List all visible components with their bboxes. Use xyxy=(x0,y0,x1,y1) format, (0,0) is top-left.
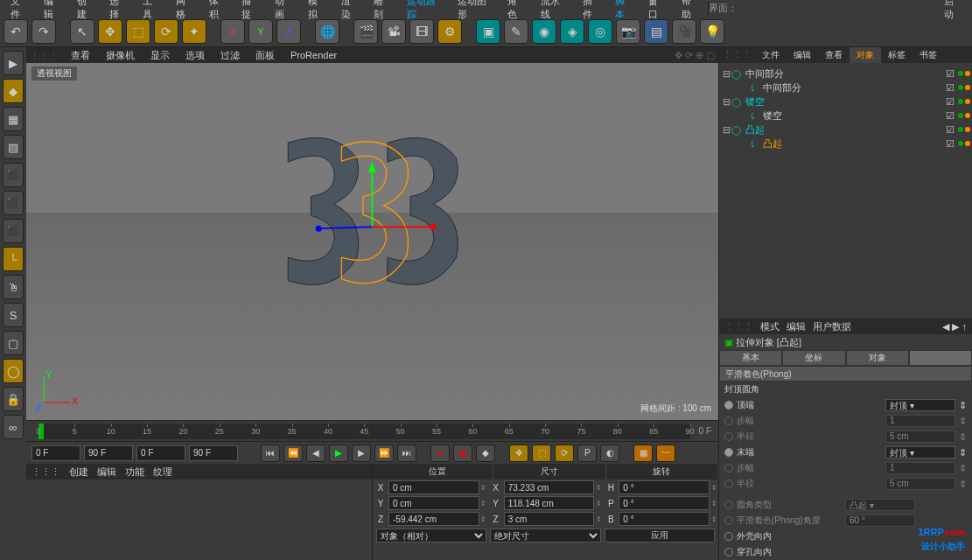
current-end[interactable] xyxy=(189,445,238,461)
move-tool[interactable]: ✥ xyxy=(98,19,122,44)
prev-key[interactable]: ⏪ xyxy=(283,444,303,462)
tree-item[interactable]: ⊟◯镂空☑ xyxy=(721,94,970,108)
mat-func[interactable]: 功能 xyxy=(125,466,144,479)
goto-start[interactable]: ⏮ xyxy=(261,444,280,462)
range-start[interactable] xyxy=(31,445,80,461)
add-generator[interactable]: ◉ xyxy=(532,19,556,44)
vp-filter[interactable]: 过滤 xyxy=(217,49,243,62)
attr-value[interactable]: 封顶 ▾ xyxy=(885,446,955,458)
om-tab-file[interactable]: 文件 xyxy=(755,47,787,63)
autokey-button[interactable]: ◉ xyxy=(453,444,472,462)
attr-value[interactable]: 5 cm xyxy=(885,478,955,490)
current-start[interactable] xyxy=(136,445,185,461)
rot-P[interactable]: 0 ° xyxy=(619,496,710,510)
record-button[interactable]: ● xyxy=(430,444,450,462)
rotate-tool[interactable]: ⟳ xyxy=(154,19,178,44)
add-spline[interactable]: ✎ xyxy=(504,19,528,44)
pos-X[interactable]: 0 cm xyxy=(388,480,479,494)
play-button[interactable]: ▶ xyxy=(329,444,348,462)
radio-button[interactable] xyxy=(724,416,733,425)
render-view[interactable]: 🎬 xyxy=(353,19,378,44)
size-X[interactable]: 73.233 cm xyxy=(504,480,595,494)
mat-create[interactable]: 创建 xyxy=(69,466,88,479)
tweak-mode[interactable]: 🖱 xyxy=(3,275,24,299)
add-floor[interactable]: ▤ xyxy=(644,19,668,44)
vp-options[interactable]: 选项 xyxy=(182,49,208,62)
mat-texture[interactable]: 纹理 xyxy=(153,466,172,479)
attr-value[interactable]: 凸起 ▾ xyxy=(845,499,915,511)
anim-fcurve[interactable]: 〰 xyxy=(656,444,675,462)
expand-icon[interactable]: ⊟ xyxy=(721,68,731,80)
render-pv[interactable]: 📽 xyxy=(381,19,406,44)
coord-mode-dropdown[interactable]: 对象（相对） xyxy=(376,528,486,542)
vp-camera[interactable]: 摄像机 xyxy=(102,49,138,62)
add-cube[interactable]: ▣ xyxy=(476,19,500,44)
keyframe-sel[interactable]: ◆ xyxy=(476,444,495,462)
radio-button[interactable] xyxy=(724,480,733,488)
model-mode[interactable]: ◆ xyxy=(3,79,24,103)
vis-toggle[interactable]: ☑ xyxy=(946,68,958,80)
attr-userdata[interactable]: 用户数据 xyxy=(813,320,851,333)
om-tab-view[interactable]: 查看 xyxy=(818,47,850,63)
add-camera[interactable]: 📷 xyxy=(616,19,640,44)
attr-tab-basic[interactable]: 基本 xyxy=(719,350,782,366)
size-Y[interactable]: 118.148 cm xyxy=(504,496,595,510)
range-end[interactable] xyxy=(84,445,133,461)
coord-system[interactable]: 🌐 xyxy=(315,19,339,44)
radio-button[interactable] xyxy=(724,401,733,410)
prev-frame[interactable]: ◀ xyxy=(306,444,325,462)
radio-button[interactable] xyxy=(724,464,733,472)
radio-button[interactable] xyxy=(724,516,733,525)
om-tab-edit[interactable]: 编辑 xyxy=(787,47,818,63)
axis-mode[interactable]: └ xyxy=(3,247,24,271)
axis-z-toggle[interactable]: Z xyxy=(276,19,301,44)
attr-tab-coord[interactable]: 坐标 xyxy=(782,350,845,366)
om-tab-object[interactable]: 对象 xyxy=(850,47,881,63)
layout-dropdown[interactable]: 启动 xyxy=(937,0,969,22)
object-name[interactable]: 镂空 xyxy=(744,95,946,108)
key-rot[interactable]: ⟳ xyxy=(555,444,574,462)
symmetry-toggle[interactable]: ∞ xyxy=(3,415,24,439)
object-name[interactable]: 中间部分 xyxy=(744,67,946,80)
apply-button[interactable]: 应用 xyxy=(605,528,715,542)
timeline-ruler[interactable]: 051015202530354045505560657075808590 0 F xyxy=(26,420,718,441)
render-region[interactable]: 🎞 xyxy=(409,19,434,44)
key-scale[interactable]: ⬚ xyxy=(532,444,551,462)
rot-B[interactable]: 0 ° xyxy=(619,512,710,526)
vp-view[interactable]: 查看 xyxy=(67,49,94,62)
mat-edit[interactable]: 编辑 xyxy=(97,466,116,479)
undo-button[interactable]: ↶ xyxy=(3,19,28,44)
vis-toggle[interactable]: ☑ xyxy=(946,124,958,136)
vis-toggle[interactable]: ☑ xyxy=(946,138,958,150)
size-Z[interactable]: 3 cm xyxy=(504,512,595,526)
object-name[interactable]: 凸起 xyxy=(744,123,946,136)
object-name[interactable]: 中间部分 xyxy=(761,81,946,94)
pos-Y[interactable]: 0 cm xyxy=(388,496,479,510)
workplane-toggle[interactable]: ▢ xyxy=(3,331,24,355)
vp-controls-icon[interactable]: ✥ ⟳ ⊕ ▢ xyxy=(675,50,715,61)
attr-nav[interactable]: ◀ ▶ ↑ xyxy=(942,321,967,332)
snap-toggle[interactable]: S xyxy=(3,303,24,327)
size-mode-dropdown[interactable]: 绝对尺寸 xyxy=(490,528,600,542)
attr-value[interactable]: 1 xyxy=(885,415,955,427)
vis-toggle[interactable]: ☑ xyxy=(946,82,958,94)
add-light[interactable]: 💡 xyxy=(700,19,724,44)
object-tree[interactable]: ⊟◯中间部分☑⤹中间部分☑⊟◯镂空☑⤹镂空☑⊟◯凸起☑⤹凸起☑ xyxy=(719,63,972,318)
make-editable[interactable]: ▶ xyxy=(3,51,24,75)
edge-mode[interactable]: ⬛ xyxy=(3,191,24,215)
rot-H[interactable]: 0 ° xyxy=(619,480,710,494)
object-name[interactable]: 镂空 xyxy=(761,109,946,122)
expand-icon[interactable]: ⊟ xyxy=(721,96,731,108)
om-tab-bookmarks[interactable]: 书签 xyxy=(913,47,944,63)
soft-select[interactable]: ◯ xyxy=(3,359,24,383)
attr-value[interactable]: 封顶 ▾ xyxy=(885,399,955,411)
tree-item[interactable]: ⊟◯凸起☑ xyxy=(721,122,970,136)
add-camobj[interactable]: 🎥 xyxy=(672,19,696,44)
vp-panel[interactable]: 面板 xyxy=(252,49,278,62)
workplane-mode[interactable]: ▨ xyxy=(3,135,24,159)
render-settings[interactable]: ⚙ xyxy=(437,19,462,44)
anim-dope[interactable]: ▦ xyxy=(633,444,653,462)
texture-mode[interactable]: ▦ xyxy=(3,107,24,131)
attr-value[interactable]: 1 xyxy=(885,462,955,474)
add-environment[interactable]: ◎ xyxy=(588,19,612,44)
